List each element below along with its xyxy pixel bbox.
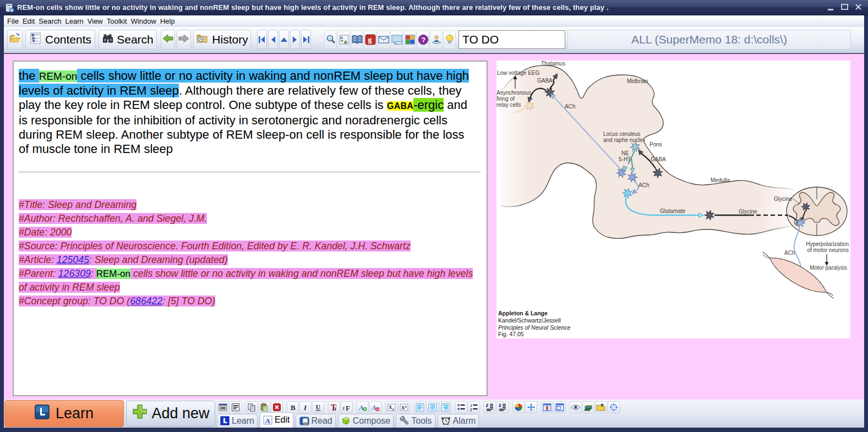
back-button[interactable] bbox=[161, 30, 175, 50]
subscript-icon: X2 bbox=[387, 403, 396, 412]
translate-button[interactable]: ba bbox=[337, 30, 350, 49]
tips-button[interactable] bbox=[443, 30, 456, 49]
indent-button[interactable] bbox=[496, 401, 509, 413]
title-bar[interactable]: REM-on cells show little or no activity … bbox=[0, 0, 868, 15]
tab-tools[interactable]: Tools bbox=[396, 414, 435, 428]
tools-tab-icon bbox=[399, 416, 409, 425]
windows-button[interactable] bbox=[403, 30, 416, 49]
view-zoom-button[interactable] bbox=[324, 30, 337, 49]
parent-element-button[interactable] bbox=[279, 30, 289, 49]
menu-window[interactable]: Window bbox=[130, 17, 157, 26]
bulb-icon bbox=[445, 34, 454, 45]
label-thalamus: Thalamus bbox=[541, 61, 565, 67]
collection-status-text: ALL (SuperMemo 18: d:\colls\) bbox=[631, 33, 787, 46]
menu-view[interactable]: View bbox=[86, 17, 104, 26]
label-locus-ceruleus: Locus ceruleus bbox=[603, 131, 640, 137]
element-text[interactable]: the REM-on cells show little or no activ… bbox=[19, 69, 476, 156]
reference-link[interactable]: 686422 bbox=[130, 296, 162, 307]
reference-link[interactable]: 126309 bbox=[58, 268, 91, 279]
new-template-button[interactable] bbox=[217, 401, 229, 413]
learn-l-icon bbox=[35, 404, 50, 423]
collection-status[interactable]: ALL (SuperMemo 18: d:\colls\) bbox=[567, 30, 851, 50]
close-button[interactable] bbox=[854, 3, 862, 11]
element-references[interactable]: #Title: Sleep and Dreaming#Author: Recht… bbox=[19, 198, 482, 308]
outdent-button[interactable] bbox=[484, 401, 496, 413]
plain-text-button[interactable] bbox=[230, 401, 242, 413]
numbered-list-button[interactable]: 12 bbox=[468, 401, 480, 413]
window-title: REM-on cells show little or no activity … bbox=[17, 3, 609, 12]
add-font-button[interactable]: A bbox=[357, 401, 369, 413]
copy-button[interactable] bbox=[245, 401, 258, 413]
google-button[interactable]: g bbox=[364, 30, 376, 49]
font-icon: Tf bbox=[330, 403, 339, 412]
next-element-button[interactable] bbox=[290, 30, 300, 49]
menu-search[interactable]: Search bbox=[37, 17, 62, 26]
add-new-button[interactable]: Add new bbox=[126, 401, 215, 426]
reading-list-button[interactable] bbox=[582, 401, 594, 413]
align-right-button[interactable] bbox=[439, 401, 451, 413]
learn-button[interactable]: Learn bbox=[4, 400, 124, 427]
magnifier-icon bbox=[325, 34, 336, 45]
dictionary-button[interactable] bbox=[351, 30, 363, 49]
reference-line: #Article: 125045: Sleep and Dreaming (up… bbox=[19, 253, 482, 267]
maximize-component-button[interactable] bbox=[608, 401, 620, 413]
move-button[interactable] bbox=[525, 401, 537, 413]
tab-alarm[interactable]: Alarm bbox=[438, 414, 479, 428]
align-left-button[interactable] bbox=[414, 401, 426, 413]
export-button[interactable] bbox=[595, 401, 607, 413]
label-ach-thalamus: ACh bbox=[565, 103, 575, 110]
contents-button[interactable]: Contents bbox=[25, 30, 95, 50]
align-center-button[interactable] bbox=[427, 401, 439, 413]
concept-group-input[interactable] bbox=[458, 30, 565, 49]
tab-learn[interactable]: Learn bbox=[217, 414, 258, 428]
remove-font-button[interactable]: A bbox=[369, 401, 381, 413]
history-icon bbox=[196, 32, 209, 47]
menu-file[interactable]: File bbox=[6, 17, 20, 26]
forward-button[interactable] bbox=[177, 30, 191, 50]
menu-help[interactable]: Help bbox=[159, 17, 176, 26]
tab-read[interactable]: Read bbox=[296, 414, 336, 428]
italic-button[interactable]: I bbox=[299, 401, 312, 413]
svg-text:1: 1 bbox=[470, 403, 472, 407]
color-button[interactable] bbox=[512, 401, 525, 413]
email-button[interactable] bbox=[377, 30, 390, 49]
split-window-button[interactable] bbox=[541, 401, 553, 413]
single-window-button[interactable] bbox=[554, 401, 566, 413]
tab-edit[interactable]: AEdit bbox=[260, 412, 293, 428]
bold-button[interactable]: B bbox=[287, 401, 299, 413]
underline-button[interactable]: U bbox=[312, 401, 324, 413]
minimize-button[interactable] bbox=[827, 3, 835, 11]
bullet-list-button[interactable] bbox=[455, 401, 467, 413]
first-element-button[interactable] bbox=[257, 30, 267, 49]
search-button[interactable]: Search bbox=[99, 30, 157, 50]
delete-button[interactable] bbox=[271, 401, 283, 413]
folder-open-icon bbox=[9, 32, 21, 47]
reference-link[interactable]: 125045 bbox=[57, 254, 89, 265]
menu-edit[interactable]: Edit bbox=[21, 17, 36, 26]
font-button[interactable]: Tf bbox=[328, 401, 340, 413]
screenshot-button[interactable]: x... bbox=[390, 30, 403, 49]
account-button[interactable] bbox=[430, 30, 443, 49]
nav-last-icon bbox=[302, 35, 310, 44]
reference-line: #Parent: 126309: REM-on cells show littl… bbox=[19, 267, 482, 294]
html-component[interactable]: the REM-on cells show little or no activ… bbox=[13, 61, 488, 396]
superscript-button[interactable]: X2 bbox=[398, 401, 410, 413]
help-button[interactable]: ? bbox=[417, 30, 429, 49]
menu-toolkit[interactable]: Toolkit bbox=[106, 17, 128, 26]
open-collection-button[interactable] bbox=[7, 30, 23, 50]
font-size-button[interactable]: fF bbox=[341, 401, 353, 413]
subscript-button[interactable]: X2 bbox=[385, 401, 397, 413]
last-element-button[interactable] bbox=[301, 30, 311, 49]
history-button[interactable]: History bbox=[193, 30, 251, 50]
reference-separator bbox=[19, 172, 481, 172]
tab-compose[interactable]: Compose bbox=[338, 414, 394, 428]
paste-button[interactable] bbox=[258, 401, 270, 413]
menu-learn[interactable]: Learn bbox=[64, 17, 85, 26]
previous-element-button[interactable] bbox=[268, 30, 278, 49]
image-component[interactable]: Thalamus Low voltage EEG Asynchronous fi… bbox=[496, 61, 850, 338]
nav-up-icon bbox=[280, 36, 288, 43]
maximize-button[interactable] bbox=[840, 3, 849, 11]
addnew-label: Add new bbox=[151, 405, 209, 422]
search-label: Search bbox=[117, 33, 154, 46]
view-source-button[interactable] bbox=[570, 401, 582, 413]
